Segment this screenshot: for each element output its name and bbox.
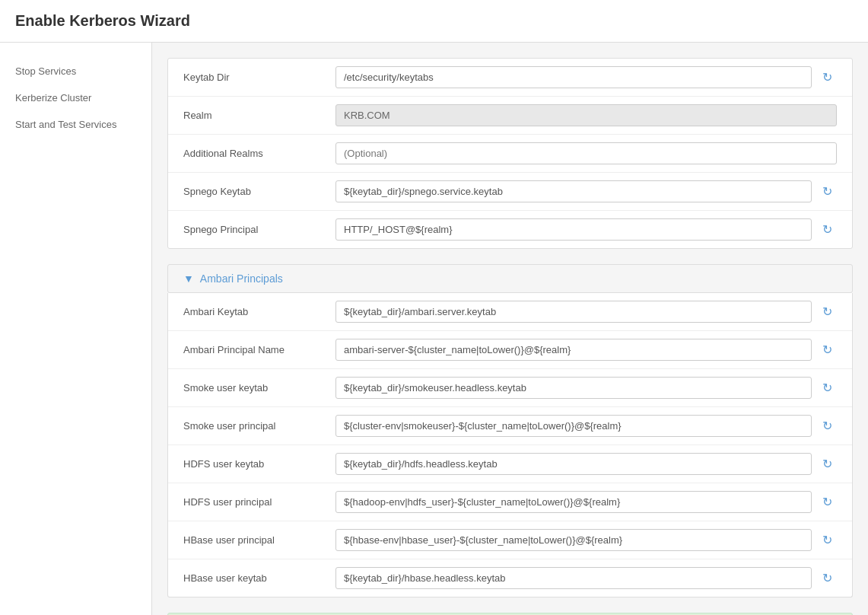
hdfs-user-keytab-input[interactable] bbox=[335, 453, 812, 475]
additional-realms-label: Additional Realms bbox=[183, 148, 335, 159]
hbase-user-principal-refresh-button[interactable]: ↻ bbox=[818, 530, 837, 550]
main-content: Keytab Dir ↻ Realm Additional Realms bbox=[152, 43, 868, 615]
realm-input-group bbox=[335, 104, 837, 126]
hbase-user-keytab-input[interactable] bbox=[335, 567, 812, 589]
hbase-user-principal-label: HBase user principal bbox=[183, 534, 335, 546]
smoke-user-principal-input[interactable] bbox=[335, 415, 812, 437]
spnego-keytab-row: Spnego Keytab ↻ bbox=[168, 173, 852, 211]
hdfs-user-principal-input-group: ↻ bbox=[335, 491, 837, 513]
spnego-keytab-input-group: ↻ bbox=[335, 180, 837, 202]
spnego-principal-row: Spnego Principal ↻ bbox=[168, 211, 852, 248]
additional-realms-row: Additional Realms bbox=[168, 135, 852, 173]
spnego-principal-label: Spnego Principal bbox=[183, 224, 335, 235]
sidebar-item-stop-services[interactable]: Stop Services bbox=[0, 58, 151, 84]
hbase-user-keytab-input-group: ↻ bbox=[335, 567, 837, 589]
spnego-principal-input-group: ↻ bbox=[335, 218, 837, 241]
smoke-user-principal-refresh-button[interactable]: ↻ bbox=[818, 416, 837, 436]
top-form-section: Keytab Dir ↻ Realm Additional Realms bbox=[167, 58, 853, 249]
ambari-principal-name-row: Ambari Principal Name ↻ bbox=[168, 331, 852, 369]
smoke-user-principal-row: Smoke user principal ↻ bbox=[168, 407, 852, 445]
ambari-principals-toggle[interactable]: ▼ Ambari Principals bbox=[168, 265, 852, 292]
smoke-user-keytab-refresh-button[interactable]: ↻ bbox=[818, 378, 837, 398]
page-title: Enable Kerberos Wizard bbox=[0, 0, 868, 43]
ambari-keytab-refresh-button[interactable]: ↻ bbox=[818, 301, 837, 322]
hbase-user-keytab-row: HBase user keytab ↻ bbox=[168, 559, 852, 597]
smoke-user-keytab-input[interactable] bbox=[335, 377, 812, 399]
ambari-principals-header[interactable]: ▼ Ambari Principals bbox=[167, 264, 853, 293]
spnego-principal-refresh-button[interactable]: ↻ bbox=[818, 219, 837, 240]
hdfs-user-principal-refresh-button[interactable]: ↻ bbox=[818, 492, 837, 512]
keytab-dir-label: Keytab Dir bbox=[183, 72, 335, 83]
smoke-user-keytab-label: Smoke user keytab bbox=[183, 382, 335, 394]
keytab-dir-row: Keytab Dir ↻ bbox=[168, 59, 852, 97]
hbase-user-keytab-label: HBase user keytab bbox=[183, 572, 335, 584]
hdfs-user-principal-label: HDFS user principal bbox=[183, 496, 335, 508]
section-toggle-arrow-icon: ▼ bbox=[183, 272, 194, 285]
hbase-user-keytab-refresh-button[interactable]: ↻ bbox=[818, 568, 837, 588]
ambari-principals-title: Ambari Principals bbox=[200, 272, 283, 285]
smoke-user-principal-label: Smoke user principal bbox=[183, 420, 335, 432]
smoke-user-principal-input-group: ↻ bbox=[335, 415, 837, 437]
spnego-principal-input[interactable] bbox=[335, 218, 812, 241]
realm-label: Realm bbox=[183, 110, 335, 121]
ambari-keytab-label: Ambari Keytab bbox=[183, 306, 335, 317]
realm-input[interactable] bbox=[335, 104, 837, 126]
hdfs-user-keytab-input-group: ↻ bbox=[335, 453, 837, 475]
page-wrapper: Enable Kerberos Wizard Stop Services Ker… bbox=[0, 0, 868, 615]
content-area: Stop Services Kerberize Cluster Start an… bbox=[0, 43, 868, 615]
hdfs-user-principal-row: HDFS user principal ↻ bbox=[168, 483, 852, 521]
spnego-keytab-input[interactable] bbox=[335, 180, 812, 202]
additional-realms-input[interactable] bbox=[335, 142, 837, 164]
sidebar-item-kerberize-cluster[interactable]: Kerberize Cluster bbox=[0, 84, 151, 111]
hdfs-user-principal-input[interactable] bbox=[335, 491, 812, 513]
hdfs-user-keytab-refresh-button[interactable]: ↻ bbox=[818, 454, 837, 474]
ambari-keytab-input[interactable] bbox=[335, 301, 812, 323]
hbase-user-principal-row: HBase user principal ↻ bbox=[168, 521, 852, 559]
hdfs-user-keytab-label: HDFS user keytab bbox=[183, 458, 335, 470]
spnego-keytab-label: Spnego Keytab bbox=[183, 186, 335, 197]
hbase-user-principal-input[interactable] bbox=[335, 529, 812, 551]
ambari-principal-name-refresh-button[interactable]: ↻ bbox=[818, 339, 837, 360]
ambari-principal-name-input-group: ↻ bbox=[335, 339, 837, 361]
keytab-dir-input[interactable] bbox=[335, 66, 812, 88]
hdfs-user-keytab-row: HDFS user keytab ↻ bbox=[168, 445, 852, 483]
smoke-user-keytab-input-group: ↻ bbox=[335, 377, 837, 399]
sidebar: Stop Services Kerberize Cluster Start an… bbox=[0, 43, 152, 615]
smoke-user-keytab-row: Smoke user keytab ↻ bbox=[168, 369, 852, 407]
ambari-keytab-row: Ambari Keytab ↻ bbox=[168, 293, 852, 331]
keytab-dir-refresh-button[interactable]: ↻ bbox=[818, 67, 837, 88]
sidebar-item-start-test-services[interactable]: Start and Test Services bbox=[0, 111, 151, 138]
additional-realms-input-group bbox=[335, 142, 837, 164]
realm-row: Realm bbox=[168, 97, 852, 135]
ambari-principal-name-label: Ambari Principal Name bbox=[183, 344, 335, 355]
hbase-user-principal-input-group: ↻ bbox=[335, 529, 837, 551]
ambari-keytab-input-group: ↻ bbox=[335, 301, 837, 323]
keytab-dir-input-group: ↻ bbox=[335, 66, 837, 88]
ambari-principals-section: Ambari Keytab ↻ Ambari Principal Name ↻ … bbox=[167, 293, 853, 597]
ambari-principal-name-input[interactable] bbox=[335, 339, 812, 361]
spnego-keytab-refresh-button[interactable]: ↻ bbox=[818, 181, 837, 202]
